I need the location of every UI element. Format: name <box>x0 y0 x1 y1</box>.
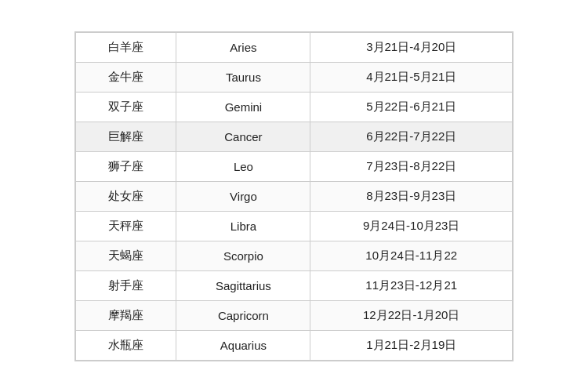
cell-english: Leo <box>176 151 310 181</box>
cell-chinese: 狮子座 <box>76 151 176 181</box>
cell-dates: 4月21日-5月21日 <box>310 62 513 92</box>
cell-chinese: 巨解座 <box>76 122 176 151</box>
table-row: 狮子座Leo7月23日-8月22日 <box>76 151 513 181</box>
table-row: 巨解座Cancer6月22日-7月22日 <box>76 122 513 151</box>
cell-english: Libra <box>176 211 310 241</box>
cell-english: Gemini <box>176 92 310 122</box>
cell-dates: 8月23日-9月23日 <box>310 181 513 211</box>
cell-dates: 7月23日-8月22日 <box>310 151 513 181</box>
cell-english: Virgo <box>176 181 310 211</box>
cell-english: Taurus <box>176 62 310 92</box>
cell-dates: 10月24日-11月22 <box>310 241 513 270</box>
cell-chinese: 水瓶座 <box>76 330 176 360</box>
cell-dates: 3月21日-4月20日 <box>310 32 513 62</box>
table-row: 白羊座Aries3月21日-4月20日 <box>76 32 513 62</box>
cell-chinese: 金牛座 <box>76 62 176 92</box>
cell-chinese: 白羊座 <box>76 32 176 62</box>
cell-chinese: 处女座 <box>76 181 176 211</box>
cell-dates: 11月23日-12月21 <box>310 270 513 300</box>
cell-chinese: 天秤座 <box>76 211 176 241</box>
zodiac-table-container: 白羊座Aries3月21日-4月20日金牛座Taurus4月21日-5月21日双… <box>74 31 514 361</box>
table-row: 射手座Sagittarius11月23日-12月21 <box>76 270 513 300</box>
cell-chinese: 双子座 <box>76 92 176 122</box>
zodiac-table: 白羊座Aries3月21日-4月20日金牛座Taurus4月21日-5月21日双… <box>75 32 513 361</box>
cell-english: Aquarius <box>176 330 310 360</box>
cell-english: Aries <box>176 32 310 62</box>
table-row: 天秤座Libra9月24日-10月23日 <box>76 211 513 241</box>
table-row: 处女座Virgo8月23日-9月23日 <box>76 181 513 211</box>
table-row: 双子座Gemini5月22日-6月21日 <box>76 92 513 122</box>
cell-english: Cancer <box>176 122 310 151</box>
cell-english: Scorpio <box>176 241 310 270</box>
cell-dates: 12月22日-1月20日 <box>310 300 513 330</box>
cell-chinese: 天蝎座 <box>76 241 176 270</box>
cell-english: Sagittarius <box>176 270 310 300</box>
cell-dates: 5月22日-6月21日 <box>310 92 513 122</box>
table-row: 天蝎座Scorpio10月24日-11月22 <box>76 241 513 270</box>
table-row: 摩羯座Capricorn12月22日-1月20日 <box>76 300 513 330</box>
cell-english: Capricorn <box>176 300 310 330</box>
cell-chinese: 摩羯座 <box>76 300 176 330</box>
cell-chinese: 射手座 <box>76 270 176 300</box>
table-row: 水瓶座Aquarius1月21日-2月19日 <box>76 330 513 360</box>
cell-dates: 1月21日-2月19日 <box>310 330 513 360</box>
cell-dates: 9月24日-10月23日 <box>310 211 513 241</box>
cell-dates: 6月22日-7月22日 <box>310 122 513 151</box>
table-row: 金牛座Taurus4月21日-5月21日 <box>76 62 513 92</box>
